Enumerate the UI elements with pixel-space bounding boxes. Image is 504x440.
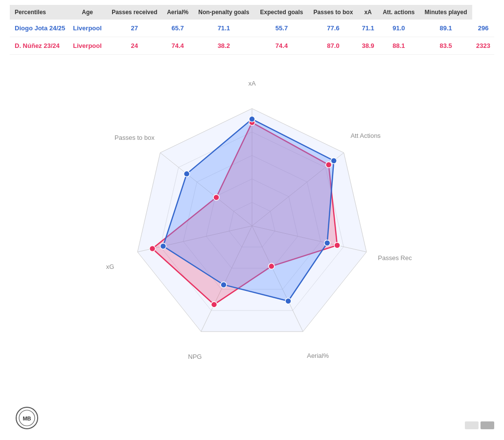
col-passes-received: Passes received (106, 5, 162, 20)
player-name: D. Núñez 23/24 (15, 42, 60, 49)
player-passes-received: 74.4 (163, 37, 193, 55)
player-npg: 55.7 (255, 20, 308, 37)
player-name: Diogo Jota 24/25 (15, 24, 65, 32)
radar-label: Passes to box (115, 134, 155, 141)
col-passes-box: Passes to box (308, 5, 358, 20)
scroll-indicator[interactable] (465, 421, 494, 429)
player-xg: 87.0 (308, 37, 358, 55)
col-npg: Non-penalty goals (193, 5, 255, 20)
col-minutes: Minutes played (419, 5, 472, 20)
player-xa: 88.1 (378, 37, 420, 55)
col-xa: xA (358, 5, 378, 20)
radar-dot (184, 171, 190, 177)
col-age: Age (69, 5, 106, 20)
player-passes-box: 71.1 (358, 20, 378, 37)
radar-label: NPG (188, 353, 202, 360)
col-xg: Expected goals (255, 5, 308, 20)
radar-label: xA (248, 80, 256, 87)
player-att-actions: 89.1 (419, 20, 472, 37)
radar-label: xG (106, 263, 115, 270)
player-npg: 74.4 (255, 37, 308, 55)
player-minutes: 2323 (472, 37, 494, 55)
player-passes-received: 65.7 (163, 20, 193, 37)
player-minutes: 296 (472, 20, 494, 37)
player-aerial: 38.2 (193, 37, 255, 55)
radar-chart-container: xAAtt ActionsPasses RecAerial%NPGxGPasse… (0, 55, 504, 382)
radar-label: Passes Rec (378, 254, 412, 262)
radar-dot (334, 242, 340, 248)
player-aerial: 71.1 (193, 20, 255, 37)
player-xa: 91.0 (378, 20, 420, 37)
radar-dot (221, 282, 227, 287)
player-team: Liverpool (73, 24, 102, 32)
radar-chart: xAAtt ActionsPasses RecAerial%NPGxGPasse… (81, 60, 423, 382)
stats-table: Percentiles Age Passes received Aerial% … (10, 5, 494, 55)
player-xg: 77.6 (308, 20, 358, 37)
radar-dot (249, 116, 255, 122)
radar-dot (160, 243, 166, 249)
scroll-bar-right[interactable] (481, 421, 494, 429)
col-att-actions: Att. actions (378, 5, 420, 20)
radar-dot (213, 195, 219, 200)
radar-dot (331, 158, 337, 164)
logo: MB (15, 406, 39, 430)
radar-dot (211, 302, 217, 308)
stats-table-container: Percentiles Age Passes received Aerial% … (0, 0, 504, 55)
col-percentiles: Percentiles (10, 5, 69, 20)
radar-label: Att Actions (350, 132, 381, 139)
table-row: Diogo Jota 24/25 Liverpool 27 65.7 71.1 … (10, 20, 494, 37)
player-age: 24 (106, 37, 162, 55)
radar-dot (326, 162, 332, 168)
radar-dot (269, 264, 275, 269)
player-att-actions: 83.5 (419, 37, 472, 55)
radar-dot (324, 240, 330, 246)
scroll-bar-left[interactable] (465, 421, 479, 429)
col-aerial: Aerial% (163, 5, 193, 20)
radar-dot (285, 298, 291, 304)
table-row: D. Núñez 23/24 Liverpool 24 74.4 38.2 74… (10, 37, 494, 55)
player-team: Liverpool (73, 42, 102, 49)
svg-text:MB: MB (23, 416, 31, 421)
player-passes-box: 38.9 (358, 37, 378, 55)
radar-dot (149, 245, 155, 251)
radar-label: Aerial% (307, 352, 329, 359)
player-age: 27 (106, 20, 162, 37)
